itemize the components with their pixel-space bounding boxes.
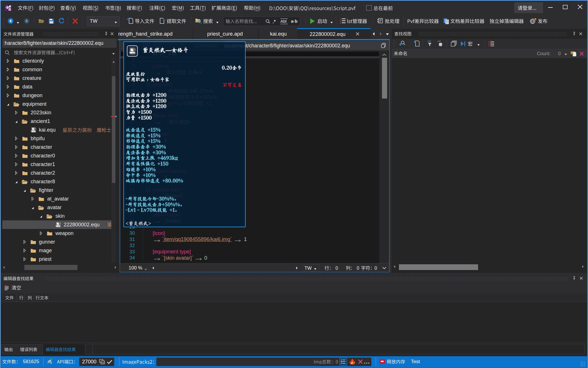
svg-text:2: 2	[340, 20, 341, 22]
svg-text:B: B	[9, 7, 11, 11]
svg-text:1: 1	[340, 18, 341, 20]
svg-text:3: 3	[340, 22, 341, 24]
